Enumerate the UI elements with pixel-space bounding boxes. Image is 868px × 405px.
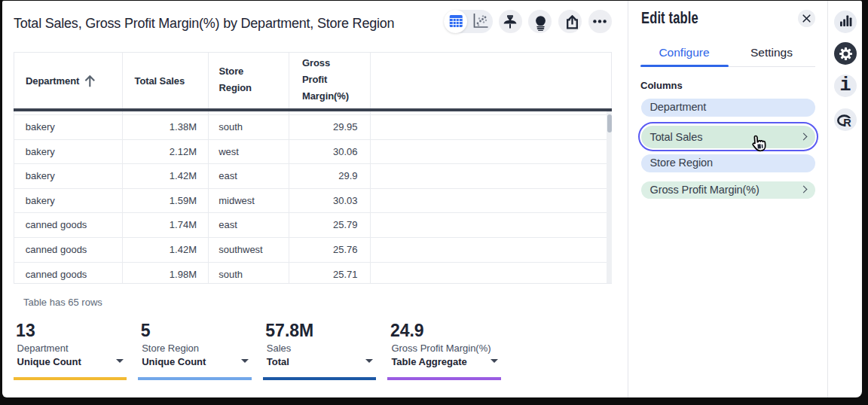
svg-text:R: R (843, 117, 851, 129)
